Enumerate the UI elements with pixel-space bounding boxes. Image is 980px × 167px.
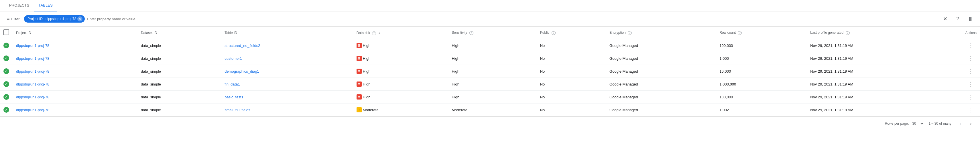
rows-per-page-select[interactable]: 30 10 20 50 100 <box>911 121 924 126</box>
data-table: Project ID Dataset ID Table ID Data risk… <box>0 27 980 117</box>
row-actions-5[interactable]: ⋮ <box>962 104 980 117</box>
three-dot-menu-3[interactable]: ⋮ <box>967 80 975 88</box>
row-table-id-3: fin_data1 <box>221 78 353 91</box>
data-risk-sort-icon[interactable]: ↓ <box>378 30 380 35</box>
row-data-risk-5: ! Moderate <box>353 104 448 117</box>
row-actions-1[interactable]: ⋮ <box>962 52 980 65</box>
tab-tables[interactable]: TABLES <box>34 0 57 11</box>
project-id-link-2[interactable]: dlppsbqrun1-proj-78 <box>16 69 49 74</box>
col-header-encryption[interactable]: Encryption ? <box>606 27 716 39</box>
risk-badge-5: ! Moderate <box>356 107 379 112</box>
column-config-button[interactable]: ||| <box>965 14 975 24</box>
row-sensitivity-2: High <box>448 65 537 78</box>
col-header-row-count[interactable]: Row count ? <box>716 27 807 39</box>
table-id-link-2[interactable]: demographics_diag1 <box>224 69 259 74</box>
three-dot-menu-1[interactable]: ⋮ <box>967 54 975 63</box>
last-profile-help-icon[interactable]: ? <box>846 31 850 35</box>
row-data-risk-3: !! High <box>353 78 448 91</box>
risk-badge-2: !! High <box>356 69 371 74</box>
tab-projects[interactable]: PROJECTS <box>5 0 34 11</box>
row-table-id-1: customer1 <box>221 52 353 65</box>
status-icon: ✓ <box>3 94 9 100</box>
row-data-risk-2: !! High <box>353 65 448 78</box>
status-icon: ✓ <box>3 43 9 48</box>
footer: Rows per page: 30 10 20 50 100 1 – 30 of… <box>0 117 980 131</box>
col-header-last-profile[interactable]: Last profile generated ? <box>807 27 962 39</box>
row-project-id-4: dlppsbqrun1-proj-78 <box>13 91 137 104</box>
data-risk-help-icon[interactable]: ? <box>372 31 376 35</box>
risk-label-3: High <box>363 82 371 87</box>
row-public-0: No <box>537 39 606 52</box>
col-header-dataset-id[interactable]: Dataset ID <box>137 27 221 39</box>
filter-input[interactable] <box>87 17 938 21</box>
risk-badge-1: !! High <box>356 56 371 61</box>
table-id-link-1[interactable]: customer1 <box>224 56 242 61</box>
row-last-profile-4: Nov 29, 2021, 1:31:19 AM <box>807 91 962 104</box>
col-header-select <box>0 27 13 39</box>
row-dataset-id-1: data_simple <box>137 52 221 65</box>
row-actions-3[interactable]: ⋮ <box>962 78 980 91</box>
prev-page-button[interactable]: ‹ <box>956 119 965 128</box>
col-header-actions: Actions <box>962 27 980 39</box>
row-select-2[interactable]: ✓ <box>0 65 13 78</box>
row-dataset-id-0: data_simple <box>137 39 221 52</box>
row-select-5[interactable]: ✓ <box>0 104 13 117</box>
row-encryption-0: Google Managed <box>606 39 716 52</box>
row-dataset-id-3: data_simple <box>137 78 221 91</box>
risk-icon-3: !! <box>356 82 362 87</box>
row-table-id-0: structured_no_fields2 <box>221 39 353 52</box>
project-id-link-3[interactable]: dlppsbqrun1-proj-78 <box>16 82 49 87</box>
table-id-link-4[interactable]: basic_test1 <box>224 95 243 99</box>
project-id-link-1[interactable]: dlppsbqrun1-proj-78 <box>16 56 49 61</box>
row-sensitivity-5: Moderate <box>448 104 537 117</box>
table-row: ✓ dlppsbqrun1-proj-78 data_simple struct… <box>0 39 980 52</box>
row-actions-4[interactable]: ⋮ <box>962 91 980 104</box>
row-row-count-2: 10,000 <box>716 65 807 78</box>
status-icon: ✓ <box>3 55 9 61</box>
next-page-button[interactable]: › <box>966 119 975 128</box>
three-dot-menu-0[interactable]: ⋮ <box>967 41 975 50</box>
project-id-link-5[interactable]: dlppsbqrun1-proj-78 <box>16 108 49 112</box>
risk-badge-4: !! High <box>356 95 371 99</box>
three-dot-menu-2[interactable]: ⋮ <box>967 67 975 76</box>
table-id-link-0[interactable]: structured_no_fields2 <box>224 44 260 48</box>
row-select-1[interactable]: ✓ <box>0 52 13 65</box>
project-id-link-4[interactable]: dlppsbqrun1-proj-78 <box>16 95 49 99</box>
row-last-profile-2: Nov 29, 2021, 1:31:19 AM <box>807 65 962 78</box>
row-table-id-4: basic_test1 <box>221 91 353 104</box>
col-header-data-risk[interactable]: Data risk ? ↓ <box>353 27 448 39</box>
risk-label-5: Moderate <box>363 108 379 112</box>
table-id-link-3[interactable]: fin_data1 <box>224 82 240 87</box>
row-data-risk-1: !! High <box>353 52 448 65</box>
row-count-help-icon[interactable]: ? <box>738 31 742 35</box>
row-encryption-4: Google Managed <box>606 91 716 104</box>
risk-label-4: High <box>363 95 371 99</box>
toolbar: ≡ Filter Project ID : dlppsbqrun1-proj-7… <box>0 11 980 27</box>
row-select-4[interactable]: ✓ <box>0 91 13 104</box>
row-project-id-2: dlppsbqrun1-proj-78 <box>13 65 137 78</box>
table-id-link-5[interactable]: small_50_fields <box>224 108 250 112</box>
row-select-0[interactable]: ✓ <box>0 39 13 52</box>
filter-button[interactable]: ≡ Filter <box>5 15 22 23</box>
rows-per-page-label: Rows per page: <box>885 121 909 126</box>
project-id-link-0[interactable]: dlppsbqrun1-proj-78 <box>16 44 49 48</box>
help-button[interactable]: ? <box>953 14 963 24</box>
chip-close-icon[interactable]: ✕ <box>77 16 83 22</box>
row-public-5: No <box>537 104 606 117</box>
chevron-right-icon: › <box>970 121 972 127</box>
public-help-icon[interactable]: ? <box>552 31 555 35</box>
close-search-button[interactable]: ✕ <box>940 14 950 24</box>
col-header-public[interactable]: Public ? <box>537 27 606 39</box>
col-header-project-id[interactable]: Project ID <box>13 27 137 39</box>
table-row: ✓ dlppsbqrun1-proj-78 data_simple small_… <box>0 104 980 117</box>
three-dot-menu-5[interactable]: ⋮ <box>967 106 975 114</box>
page-nav: ‹ › <box>956 119 975 128</box>
row-actions-2[interactable]: ⋮ <box>962 65 980 78</box>
three-dot-menu-4[interactable]: ⋮ <box>967 93 975 101</box>
col-header-table-id[interactable]: Table ID <box>221 27 353 39</box>
encryption-help-icon[interactable]: ? <box>628 31 632 35</box>
row-actions-0[interactable]: ⋮ <box>962 39 980 52</box>
col-header-sensitivity[interactable]: Sensitivity ? <box>448 27 537 39</box>
row-select-3[interactable]: ✓ <box>0 78 13 91</box>
sensitivity-help-icon[interactable]: ? <box>469 31 473 35</box>
